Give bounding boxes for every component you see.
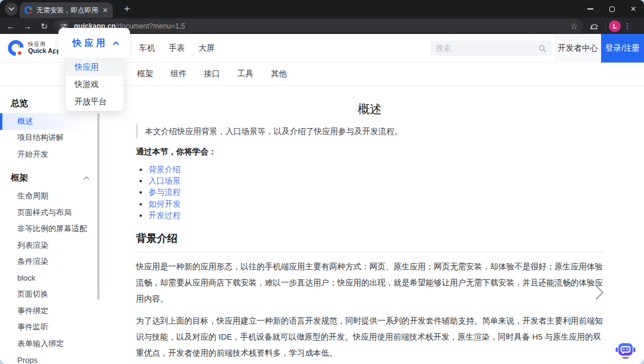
- toc-link-dev-process[interactable]: 开发过程: [148, 211, 181, 220]
- robot-icon: [615, 340, 636, 361]
- chevron-down-icon: [8, 7, 14, 11]
- sidebar-item-lifecycle[interactable]: 生命周期: [0, 188, 101, 205]
- carousel-next-button[interactable]: [595, 285, 604, 300]
- search-box: [431, 41, 552, 56]
- back-button[interactable]: ←: [2, 18, 19, 34]
- list-item: 背景介绍: [148, 164, 603, 175]
- product-dropdown-trigger[interactable]: 快应用: [58, 28, 130, 58]
- quickapp-logo-icon: [8, 40, 24, 56]
- sidebar-item-event-binding[interactable]: 事件绑定: [0, 303, 101, 319]
- quickapp-favicon: [24, 6, 33, 14]
- sidebar-item-form-binding[interactable]: 表单输入绑定: [0, 335, 101, 352]
- tab-search-button[interactable]: [5, 2, 18, 15]
- doc-paragraph: 为了达到上面的目标，快应用建立一种新的语言开发规范，同时提供一系列的开发套件辅助…: [136, 313, 603, 361]
- forward-button[interactable]: →: [19, 18, 36, 34]
- browser-tab[interactable]: 无需安装，即点即用-快应用联 ✕: [20, 2, 113, 18]
- dropdown-item-open-platform[interactable]: 开放平台: [66, 93, 123, 110]
- sidebar-item-list-render[interactable]: 列表渲染: [0, 237, 101, 254]
- sidebar-item-screen-adapt[interactable]: 非等比例的屏幕适配: [0, 221, 101, 238]
- sidebar-item-block[interactable]: block: [0, 270, 101, 287]
- dropdown-trigger-label: 快应用: [70, 38, 109, 49]
- puzzle-icon: [590, 22, 599, 30]
- dropdown-item-quickgame[interactable]: 快游戏: [66, 76, 123, 93]
- subnav-framework[interactable]: 框架: [137, 69, 153, 79]
- tab-strip: 无需安装，即点即用-快应用联 ✕ + ✕: [0, 0, 644, 18]
- subnav-components[interactable]: 组件: [171, 69, 187, 79]
- minimize-icon: [587, 8, 593, 10]
- search-icon: [538, 45, 546, 52]
- sidebar-item-start-dev[interactable]: 开始开发: [0, 146, 101, 163]
- minimize-button[interactable]: [580, 0, 601, 18]
- chevron-up-icon: [113, 41, 119, 45]
- sidebar-item-props[interactable]: Props: [0, 352, 101, 364]
- sidebar-item-conditional-render[interactable]: 条件渲染: [0, 254, 101, 270]
- sidebar-item-page-style[interactable]: 页面样式与布局: [0, 204, 101, 221]
- list-item: 如何开发: [148, 198, 603, 210]
- chat-assistant-button[interactable]: [615, 340, 636, 361]
- tab-title: 无需安装，即点即用-快应用联: [36, 6, 99, 15]
- sidebar-group-framework[interactable]: 框架: [0, 168, 101, 188]
- maximize-button[interactable]: [601, 0, 623, 18]
- sidebar-group-title: 总览: [11, 98, 28, 109]
- sidebar-item-project-structure[interactable]: 项目结构讲解: [0, 130, 101, 147]
- developer-center-button[interactable]: 开发者中心: [555, 34, 601, 63]
- toc-link-how-to-dev[interactable]: 如何开发: [148, 200, 181, 209]
- toc-link-entry-scene[interactable]: 入口场景: [148, 176, 181, 185]
- window-controls: ✕: [580, 0, 644, 18]
- sidebar-group-title: 框架: [11, 172, 28, 183]
- profile-avatar[interactable]: L: [609, 20, 621, 32]
- address-bar[interactable]: quickapp.cn/document?menu=1,5 ☆: [54, 19, 583, 33]
- close-button[interactable]: ✕: [623, 0, 644, 18]
- browser-menu-button[interactable]: ⋮: [621, 18, 634, 34]
- header-divider: [55, 41, 56, 55]
- subnav-interface[interactable]: 接口: [204, 69, 220, 79]
- extensions-button[interactable]: [587, 18, 602, 34]
- site-logo[interactable]: 快应用 Quick App: [8, 40, 61, 56]
- toc-link-participate[interactable]: 参与流程: [148, 188, 181, 197]
- sidebar-item-page-switch[interactable]: 页面切换: [0, 287, 101, 303]
- product-dropdown-menu: 快应用 快游戏 开放平台: [66, 58, 123, 111]
- list-item: 开发过程: [148, 210, 603, 221]
- subnav-others[interactable]: 其他: [271, 69, 287, 79]
- doc-sidebar: 总览 概述 项目结构讲解 开始开发 框架 生命周期 页面样式与布局 非等比例的屏…: [0, 86, 101, 364]
- toc-list: 背景介绍 入口场景 参与流程 如何开发 开发过程: [136, 164, 603, 221]
- sidebar-scrollbar[interactable]: [97, 113, 100, 300]
- chevron-up-icon: [83, 176, 89, 180]
- toc-link-background[interactable]: 背景介绍: [148, 165, 181, 174]
- section-heading: 背景介绍: [136, 231, 603, 253]
- search-input[interactable]: [436, 44, 538, 52]
- nav-item-tv[interactable]: 大屏: [199, 43, 215, 54]
- login-register-button[interactable]: 登录/注册: [601, 34, 644, 63]
- subnav-tools[interactable]: 工具: [237, 69, 253, 79]
- doc-intro-quote: 本文介绍快应用背景，入口场景等，以及介绍了快应用参与及开发流程。: [136, 125, 603, 139]
- nav-item-watch[interactable]: 手表: [169, 43, 185, 54]
- chevron-right-icon: [595, 285, 604, 300]
- sidebar-gap: [0, 163, 101, 168]
- dropdown-item-quickapp[interactable]: 快应用: [66, 58, 123, 76]
- maximize-icon: [609, 7, 615, 12]
- new-tab-button[interactable]: +: [119, 0, 135, 18]
- list-item: 入口场景: [148, 175, 603, 186]
- toolbar-divider: [605, 22, 606, 30]
- page-title: 概述: [136, 101, 603, 117]
- tab-close-icon[interactable]: ✕: [103, 7, 108, 14]
- doc-paragraph: 快应用是一种新的应用形态，以往的手机端应用主要有两种方式：网页、原生应用；网页无…: [136, 259, 603, 307]
- browser-window: 无需安装，即点即用-快应用联 ✕ + ✕ ← → ↻ quickapp.cn/d…: [0, 0, 644, 364]
- list-item: 参与流程: [148, 186, 603, 198]
- header-nav: 车机 手表 大屏: [139, 34, 215, 63]
- doc-main: 概述 本文介绍快应用背景，入口场景等，以及介绍了快应用参与及开发流程。 通过本节…: [101, 86, 644, 364]
- sidebar-item-event-listen[interactable]: 事件监听: [0, 319, 101, 336]
- reload-button[interactable]: ↻: [36, 18, 52, 34]
- learn-label: 通过本节，你将学会：: [136, 147, 603, 157]
- sidebar-item-overview[interactable]: 概述: [0, 113, 101, 130]
- nav-item-car[interactable]: 车机: [139, 43, 155, 54]
- bookmark-star-icon[interactable]: ☆: [570, 21, 578, 31]
